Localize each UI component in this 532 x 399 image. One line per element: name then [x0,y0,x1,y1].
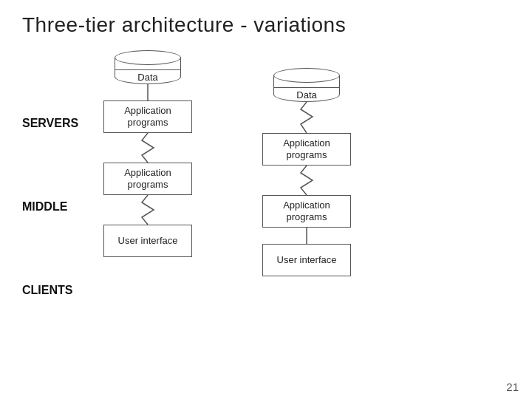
page-number: 21 [506,381,519,393]
col2-app-programs-1: Application programs [262,133,351,166]
col1-zigzag1 [140,133,155,163]
label-middle: MIDDLE [22,200,78,214]
col2-user-interface: User interface [262,244,351,276]
col2-zigzag1 [299,166,314,195]
col2-data-cylinder: Data [270,68,344,102]
label-clients: CLIENTS [22,284,78,297]
col2-line1 [299,228,314,244]
col1-data-cylinder: Data [111,50,185,84]
col1-line1 [140,84,155,100]
col1-zigzag2 [140,195,155,225]
label-servers: SERVERS [22,117,78,130]
slide-title: Three-tier architecture - variations [22,13,510,37]
col2-data-label: Data [296,89,316,100]
col1-user-interface: User interface [103,225,192,257]
slide: Three-tier architecture - variations SER… [0,0,532,399]
col2-zigzag0 [299,102,314,133]
col1-app-programs-1: Application programs [103,100,192,133]
col1-app-programs-2: Application programs [103,163,192,195]
col2-app-programs-2: Application programs [262,195,351,228]
col1-data-label: Data [137,72,157,83]
